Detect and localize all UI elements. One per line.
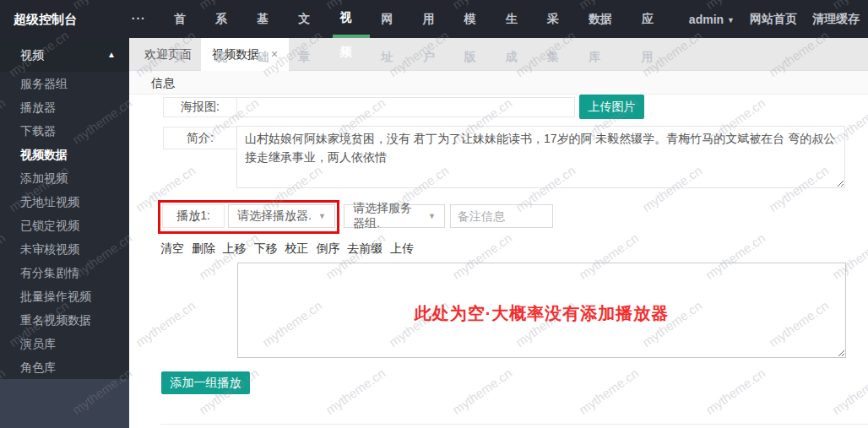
action-upload[interactable]: 上传	[390, 241, 414, 255]
sidebar-group-video[interactable]: 视频 ▲	[0, 38, 129, 72]
sidebar-item-server-group[interactable]: 服务器组	[0, 72, 129, 95]
action-remove-prefix[interactable]: 去前缀	[347, 241, 382, 255]
player-select-value: 请选择播放器.	[237, 209, 312, 224]
upload-image-button[interactable]: 上传图片	[579, 95, 644, 119]
play-label: 播放1:	[162, 204, 225, 228]
action-move-down[interactable]: 下移	[254, 241, 278, 255]
nav-item-home[interactable]: 首页	[167, 0, 203, 38]
chevron-down-icon: ▼	[727, 16, 735, 24]
nav-item-collect[interactable]: 采集	[540, 0, 577, 38]
nav-item-basic[interactable]: 基础	[250, 0, 286, 38]
server-group-select-value: 请选择服务器组.	[353, 201, 423, 231]
username: admin	[689, 13, 724, 26]
action-correct[interactable]: 校正	[285, 241, 309, 255]
sidebar-item-locked-video[interactable]: 已锁定视频	[0, 214, 129, 237]
player-select[interactable]: 请选择播放器. ▼	[228, 204, 335, 228]
sidebar-item-downloader[interactable]: 下载器	[0, 119, 129, 143]
add-play-group-button[interactable]: 添加一组播放	[161, 371, 250, 394]
sidebar-item-unreviewed-video[interactable]: 未审核视频	[0, 237, 129, 261]
intro-label: 简介:	[163, 127, 237, 149]
poster-label: 海报图:	[163, 97, 237, 117]
tab-bar: 欢迎页面 视频数据 ×	[129, 38, 868, 71]
more-icon[interactable]: ···	[125, 0, 153, 38]
nav-item-system[interactable]: 系统	[209, 0, 245, 38]
topbar-right: admin▼ 网站首页 清理缓存	[674, 0, 868, 38]
sidebar-item-role-library[interactable]: 角色库	[0, 355, 129, 379]
chevron-down-icon: ▼	[313, 212, 326, 220]
topbar: 超级控制台 ··· 首页 系统 基础 文章 视频 网址 用户 模版 生成 采集 …	[0, 0, 868, 38]
action-reverse[interactable]: 倒序	[316, 241, 339, 255]
sidebar-item-actor-library[interactable]: 演员库	[0, 332, 129, 355]
app-title: 超级控制台	[0, 0, 125, 38]
action-delete[interactable]: 删除	[192, 241, 215, 255]
sidebar: 视频 ▲ 服务器组 播放器 下载器 视频数据 添加视频 无地址视频 已锁定视频 …	[0, 38, 129, 428]
divider	[160, 424, 868, 425]
nav-item-url[interactable]: 网址	[375, 0, 411, 38]
action-clear[interactable]: 清空	[160, 241, 184, 255]
sidebar-group-title: 视频	[20, 48, 44, 62]
nav-item-database[interactable]: 数据库	[582, 0, 630, 38]
site-home-link[interactable]: 网站首页	[750, 12, 797, 27]
user-menu[interactable]: admin▼	[689, 13, 735, 26]
sidebar-item-no-address-video[interactable]: 无地址视频	[0, 190, 129, 214]
nav-item-article[interactable]: 文章	[291, 0, 328, 38]
playlist-textarea[interactable]	[237, 263, 846, 358]
page: 超级控制台 ··· 首页 系统 基础 文章 视频 网址 用户 模版 生成 采集 …	[0, 0, 868, 428]
sidebar-menu: 视频 ▲ 服务器组 播放器 下载器 视频数据 添加视频 无地址视频 已锁定视频 …	[0, 38, 129, 379]
close-icon[interactable]: ×	[271, 47, 278, 61]
chevron-up-icon: ▲	[107, 38, 116, 72]
server-group-select[interactable]: 请选择服务器组. ▼	[344, 204, 445, 228]
top-nav: 首页 系统 基础 文章 视频 网址 用户 模版 生成 采集 数据库 应用	[165, 0, 674, 38]
clear-cache-link[interactable]: 清理缓存	[812, 12, 860, 27]
sidebar-item-duplicate-video[interactable]: 重名视频数据	[0, 308, 129, 332]
nav-item-user[interactable]: 用户	[416, 0, 453, 38]
tab-video-data[interactable]: 视频数据 ×	[201, 38, 289, 71]
chevron-down-icon: ▼	[423, 212, 436, 220]
sidebar-item-player[interactable]: 播放器	[0, 95, 129, 119]
nav-item-template[interactable]: 模版	[458, 0, 494, 38]
action-move-up[interactable]: 上移	[223, 241, 247, 255]
poster-input[interactable]	[236, 97, 575, 117]
note-input[interactable]	[450, 204, 553, 228]
nav-item-video[interactable]: 视频	[333, 0, 369, 38]
sidebar-item-episode-plot[interactable]: 有分集剧情	[0, 261, 129, 284]
nav-item-app[interactable]: 应用	[635, 0, 671, 38]
panel-header[interactable]: 信息	[129, 71, 868, 95]
sidebar-item-add-video[interactable]: 添加视频	[0, 166, 129, 190]
intro-textarea[interactable]: 山村姑娘何阿妹家境贫困，没有 君丁为了让妹妹能读书，17岁的阿 未毅然辍学。青梅…	[236, 126, 845, 188]
nav-item-generate[interactable]: 生成	[499, 0, 535, 38]
playlist-actions: 清空 删除 上移 下移 校正 倒序 去前缀 上传	[160, 241, 418, 257]
sidebar-item-video-data[interactable]: 视频数据	[0, 143, 129, 166]
tab-welcome[interactable]: 欢迎页面	[135, 38, 201, 71]
sidebar-item-batch-operate[interactable]: 批量操作视频	[0, 284, 129, 308]
